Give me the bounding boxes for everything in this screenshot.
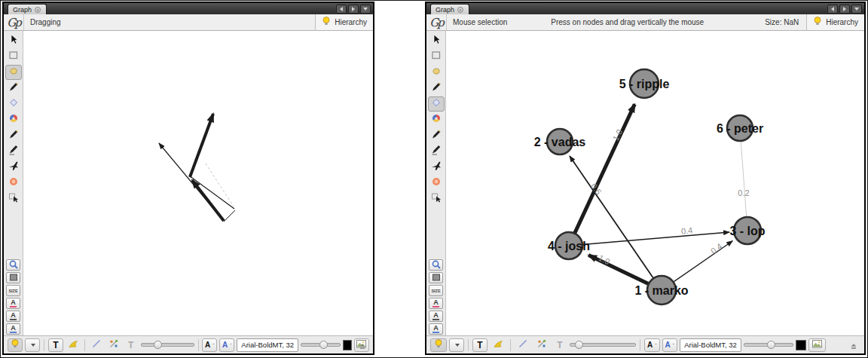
plane-icon	[431, 161, 442, 174]
tab-label: Graph	[436, 6, 454, 14]
edge-line-button[interactable]	[89, 338, 104, 352]
edge-color-mode-button[interactable]	[533, 338, 550, 352]
edge-color-mode-button[interactable]	[106, 338, 121, 352]
hierarchy-panel[interactable]: Hierarchy	[806, 14, 864, 30]
tab-scroll-left-button[interactable]	[827, 5, 838, 14]
shortest-path-tool[interactable]	[428, 160, 445, 175]
sketch-edge	[206, 164, 234, 207]
background-color-button[interactable]	[6, 272, 20, 283]
direct-selection-tool[interactable]	[428, 33, 445, 48]
edge-visibility-dropdown[interactable]	[449, 338, 464, 352]
node-label-ripple: 5 - ripple	[619, 78, 670, 90]
reset-label-visible-button[interactable]: A	[6, 323, 20, 335]
reset-label-sizes-button[interactable]: SIZE	[6, 285, 20, 296]
hierarchy-panel[interactable]: Hierarchy	[315, 14, 373, 30]
edge-weight-marko-lop: 0.4	[709, 241, 723, 255]
graph-canvas[interactable]: 1.01.00.50.40.40.25 - ripple2 - vadas6 -…	[446, 31, 864, 335]
tab-graph[interactable]: Graph x	[8, 4, 47, 14]
font-size-slider[interactable]	[301, 338, 341, 352]
text-size-mode-button[interactable]: T	[552, 338, 567, 352]
tab-scroll-right-button[interactable]	[348, 5, 359, 14]
text-label: A	[665, 341, 671, 349]
edge-pencil-tool[interactable]	[5, 144, 22, 159]
font-field[interactable]: Arial-BoldMT, 32	[680, 338, 741, 352]
magnifier-icon	[431, 259, 442, 271]
pencil2-icon	[431, 145, 442, 158]
brush-tool[interactable]	[5, 112, 22, 127]
expand-toolbar-button[interactable]	[358, 340, 367, 353]
edge-pencil-tool[interactable]	[428, 144, 445, 159]
edge-labels-button[interactable]	[66, 338, 81, 352]
sizer-tool[interactable]	[428, 96, 445, 112]
reset-label-colors-button[interactable]: A	[6, 298, 20, 309]
center-on-graph-button[interactable]	[429, 259, 443, 271]
graph-canvas[interactable]	[23, 31, 373, 335]
label-reset-glyph: A	[432, 312, 439, 320]
background-light-button[interactable]	[8, 338, 23, 352]
shortest-path-tool[interactable]	[5, 160, 22, 175]
drag-tool[interactable]	[5, 65, 22, 80]
edge-scale-slider[interactable]	[570, 338, 636, 352]
font-color-alt-button[interactable]: A-	[219, 338, 234, 352]
heat-map-tool[interactable]	[5, 176, 22, 191]
heat-map-tool[interactable]	[428, 176, 445, 191]
label-reset-glyph: A	[10, 312, 17, 320]
node-pencil-tool[interactable]	[5, 128, 22, 143]
font-size-slider[interactable]	[744, 338, 793, 352]
drag-tool[interactable]	[428, 65, 445, 80]
reset-label-colors-2-button[interactable]: A	[429, 311, 443, 322]
font-color-button[interactable]: A-	[644, 338, 660, 352]
size-indicator: Size: NaN	[765, 18, 799, 26]
tab-close-icon[interactable]: x	[35, 7, 41, 13]
edge-scale-slider[interactable]	[141, 338, 194, 352]
node-pencil-tool[interactable]	[428, 128, 445, 143]
font-color-button[interactable]: A-	[202, 338, 217, 352]
edit-tool[interactable]	[428, 191, 445, 207]
hint-text: Press on nodes and drag vertically the m…	[551, 18, 704, 26]
reset-label-colors-button[interactable]: A	[429, 298, 443, 309]
edge-line-button[interactable]	[515, 338, 531, 352]
expand-toolbar-button[interactable]	[849, 340, 858, 353]
tab-scroll-right-button[interactable]	[839, 5, 850, 14]
edge-visibility-dropdown[interactable]	[25, 338, 40, 352]
edit-tool[interactable]	[5, 191, 22, 207]
font-color-alt-button[interactable]: A-	[662, 338, 678, 352]
text-size-mode-button[interactable]: T	[124, 338, 139, 352]
tab-graph[interactable]: Graph x	[430, 4, 469, 14]
background-light-button[interactable]	[430, 338, 447, 352]
color-swatch[interactable]	[343, 340, 352, 350]
node-labels-button[interactable]: T	[472, 338, 487, 352]
painter-tool[interactable]	[5, 81, 22, 96]
status-header: Gp Mouse selection Press on nodes and dr…	[426, 14, 864, 31]
reset-label-sizes-button[interactable]: SIZE	[429, 285, 443, 296]
reset-label-visible-button[interactable]: A	[429, 323, 443, 335]
tab-scroll-left-button[interactable]	[336, 5, 347, 14]
font-field[interactable]: Arial-BoldMT, 32	[237, 338, 298, 352]
slider-knob[interactable]	[319, 341, 328, 349]
tab-list-button[interactable]	[360, 5, 371, 14]
brush-tool[interactable]	[428, 112, 445, 127]
tool-column: SIZEAAA	[4, 31, 23, 335]
rectangle-selection-tool[interactable]	[5, 49, 22, 64]
edit-icon	[8, 192, 19, 206]
slider-knob[interactable]	[575, 341, 583, 349]
reset-label-colors-2-button[interactable]: A	[6, 311, 20, 322]
screenshot-button[interactable]	[808, 338, 826, 352]
rectangle-selection-tool[interactable]	[428, 49, 445, 64]
background-color-button[interactable]	[429, 272, 443, 283]
slider-knob[interactable]	[154, 341, 162, 349]
slider-knob[interactable]	[767, 341, 775, 349]
sizer-tool[interactable]	[5, 96, 22, 112]
direct-selection-tool[interactable]	[5, 33, 22, 48]
tab-list-button[interactable]	[851, 5, 862, 14]
color-swatch[interactable]	[796, 340, 806, 350]
tab-close-icon[interactable]: x	[457, 7, 463, 13]
node-labels-button[interactable]: T	[48, 338, 63, 352]
center-on-graph-button[interactable]	[6, 259, 20, 271]
tool-column: SIZEAAA	[426, 31, 446, 335]
swatch-icon	[431, 272, 442, 283]
edge-labels-button[interactable]	[490, 338, 506, 352]
painter-tool[interactable]	[428, 81, 445, 96]
left-arrow-icon	[340, 7, 343, 11]
cursor-icon	[431, 34, 442, 47]
